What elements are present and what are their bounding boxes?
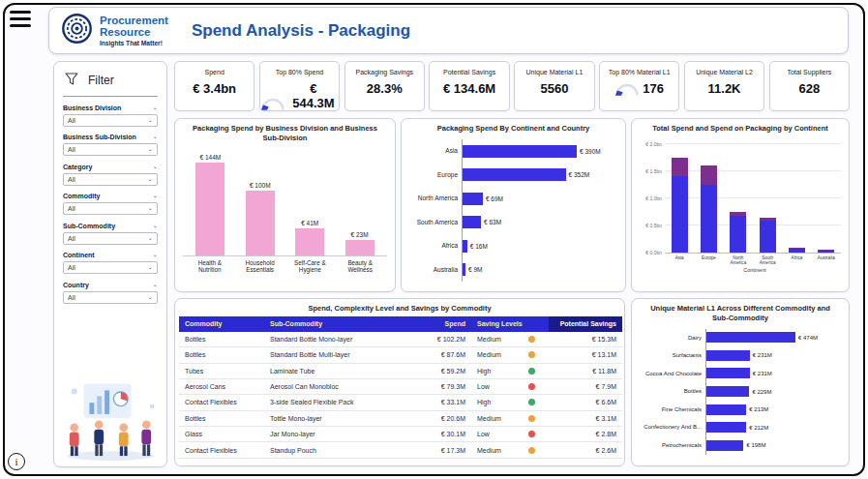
chart-total-vs-packaging: Total Spend and Spend on Packaging by Co… [631, 118, 850, 292]
cell-potential-savings: € 11.8M [549, 363, 622, 378]
saving-level: Medium [477, 447, 543, 454]
table-row[interactable]: Aerosol CansAerosol Can Monobloc€ 79.3ML… [179, 378, 622, 394]
cell-spend: € 102.2M [411, 332, 471, 347]
stacked-bar-asia[interactable] [672, 158, 688, 253]
table-row[interactable]: BottlesStandard Bottle Multi-layer€ 87.6… [179, 347, 622, 363]
filter-label: Business Division [63, 105, 121, 111]
kpi-card-potential-savings: Potential Savings€ 134.6M [429, 61, 509, 111]
column-header-commodity[interactable]: Commodity [179, 316, 264, 332]
cell-sub-commodity: 3-side Sealed Flexible Pack [264, 395, 411, 410]
filter-dropdown-sub-commodity[interactable]: All⌄ [63, 232, 158, 245]
column-header-potential-savings[interactable]: Potential Savings [549, 316, 622, 332]
c3-plot: € 0.0bn€ 0.5bn€ 1.0bn€ 1.5bn€ 2.0bn [665, 141, 841, 254]
filter-dropdown-category[interactable]: All⌄ [63, 173, 158, 186]
bar-cocoa-and-chocolate[interactable] [706, 368, 750, 378]
bar-fine-chemicals[interactable] [706, 404, 746, 415]
filter-group-business-division: Business Division⌄All⌄ [63, 105, 158, 127]
bar-row-australia: Australia€ 9M [405, 257, 617, 282]
table-row[interactable]: BottlesTottle Mono-layer€ 20.6MMedium€ 3… [179, 410, 622, 426]
kpi-value: 628 [770, 81, 849, 96]
table-row[interactable]: TubesLaminate Tube€ 59.2MHigh€ 11.8M [179, 363, 622, 378]
bar-area: € 69M [462, 187, 617, 211]
bar-value-label: € 144M [200, 154, 222, 161]
chart-title: Packaging Spend By Continent and Country [402, 119, 625, 134]
bar-row-cocoa-and-chocolate: Cocoa And Chocolate€ 231M [636, 365, 841, 383]
kpi-card-unique-material-l2: Unique Material L211.2K [684, 61, 764, 111]
hamburger-menu-icon[interactable] [10, 11, 31, 27]
filter-group-header-category[interactable]: Category⌄ [63, 164, 158, 170]
chevron-down-icon: ⌄ [148, 146, 153, 153]
saving-level-dot [528, 368, 535, 374]
table-row[interactable]: GlassJar Mono-layer€ 30.1MLow€ 2.8M [179, 427, 622, 442]
info-icon[interactable]: i [8, 453, 25, 470]
bar-africa[interactable] [463, 240, 467, 253]
saving-level-text: Low [477, 383, 490, 390]
bar-australia[interactable] [463, 263, 465, 276]
cell-spend: € 79.3M [411, 378, 471, 394]
table-row[interactable]: Contact FlexiblesStandup Pouch€ 17.3MMed… [179, 442, 622, 458]
filter-selected-value: All [68, 146, 75, 153]
column-header-spend[interactable]: Spend [411, 316, 471, 332]
filter-group-header-country[interactable]: Country⌄ [63, 282, 158, 288]
axis-category-label: Fine Chemicals [636, 406, 705, 413]
chart-unique-material: Unique Material L1 Across Different Comm… [631, 298, 850, 466]
stacked-bar-south-america[interactable] [760, 218, 776, 252]
bar-north-america[interactable] [463, 193, 483, 205]
cell-saving-level: Medium [471, 347, 549, 363]
bar-household-essentials[interactable] [246, 191, 275, 255]
bar-petrochemicals[interactable] [706, 440, 743, 451]
cell-sub-commodity: Standup Pouch [264, 442, 411, 458]
logo-name-line2: Resource [100, 26, 168, 38]
filter-group-header-business-sub-division[interactable]: Business Sub-Division⌄ [63, 134, 158, 140]
axis-category-label: Petrochemicals [636, 442, 705, 449]
filter-group-header-continent[interactable]: Continent⌄ [63, 252, 158, 258]
bar-value-label: € 390M [580, 148, 601, 155]
stacked-bar-europe[interactable] [701, 165, 717, 253]
filter-group-header-business-division[interactable]: Business Division⌄ [63, 105, 158, 111]
bar-bottles[interactable] [706, 386, 749, 397]
axis-category-label: Beauty & Wellness [337, 259, 383, 274]
bar-health-nutrition[interactable] [195, 163, 224, 255]
axis-category-label: Self-Care & Hygiene [286, 259, 333, 274]
cell-spend: € 17.3M [411, 442, 471, 458]
segment-packaging [672, 158, 688, 177]
chevron-down-icon: ⌄ [153, 105, 158, 111]
table-row[interactable]: Contact Flexibles3-side Sealed Flexible … [179, 395, 622, 410]
stacked-bar-australia[interactable] [818, 250, 834, 253]
kpi-value-text: 176 [643, 81, 664, 96]
table-row[interactable]: BottlesStandard Bottle Mono-layer€ 102.2… [179, 332, 622, 347]
filter-group-country: Country⌄All⌄ [63, 282, 158, 304]
saving-level-dot [528, 447, 535, 454]
filter-dropdown-business-sub-division[interactable]: All⌄ [63, 143, 158, 156]
bar-beauty-wellness[interactable] [345, 240, 374, 254]
bar-europe[interactable] [463, 168, 566, 181]
bar-row-south-america: South America€ 63M [405, 210, 617, 234]
column-header-saving-levels[interactable]: Saving Levels [471, 316, 549, 332]
bar-south-america[interactable] [463, 216, 481, 228]
filter-dropdown-country[interactable]: All⌄ [63, 291, 158, 304]
filter-group-header-commodity[interactable]: Commodity⌄ [63, 193, 158, 199]
header: Procurement Resource Insights That Matte… [48, 7, 849, 54]
saving-level-text: High [477, 368, 491, 374]
bar-dairy[interactable] [706, 332, 795, 343]
bar-self-care-hygiene[interactable] [295, 228, 324, 254]
filter-group-header-sub-commodity[interactable]: Sub-Commodity⌄ [63, 223, 158, 229]
cell-potential-savings: € 15.3M [549, 332, 622, 347]
bar-surfactants[interactable] [706, 350, 750, 361]
column-header-sub-commodity[interactable]: Sub-Commodity [264, 316, 411, 332]
kpi-card-unique-material-l1: Unique Material L15560 [514, 61, 594, 111]
bar-asia[interactable] [463, 145, 577, 158]
filter-dropdown-continent[interactable]: All⌄ [63, 261, 158, 274]
chevron-down-icon: ⌄ [153, 223, 158, 229]
bar-confectionery-and-b[interactable] [706, 422, 746, 433]
people-illustration [61, 376, 160, 462]
kpi-label: Packaging Savings [345, 69, 424, 75]
logo: Procurement Resource Insights That Matte… [61, 13, 168, 48]
filter-dropdown-commodity[interactable]: All⌄ [63, 202, 158, 215]
filter-selected-value: All [68, 117, 75, 124]
bar-row-confectionery-and-b: Confectionery And B...€ 212M [636, 418, 841, 436]
filter-dropdown-business-division[interactable]: All⌄ [63, 114, 158, 127]
stacked-bar-north-america[interactable] [730, 212, 746, 253]
axis-category-label: Asia [667, 255, 692, 266]
stacked-bar-africa[interactable] [789, 248, 805, 253]
